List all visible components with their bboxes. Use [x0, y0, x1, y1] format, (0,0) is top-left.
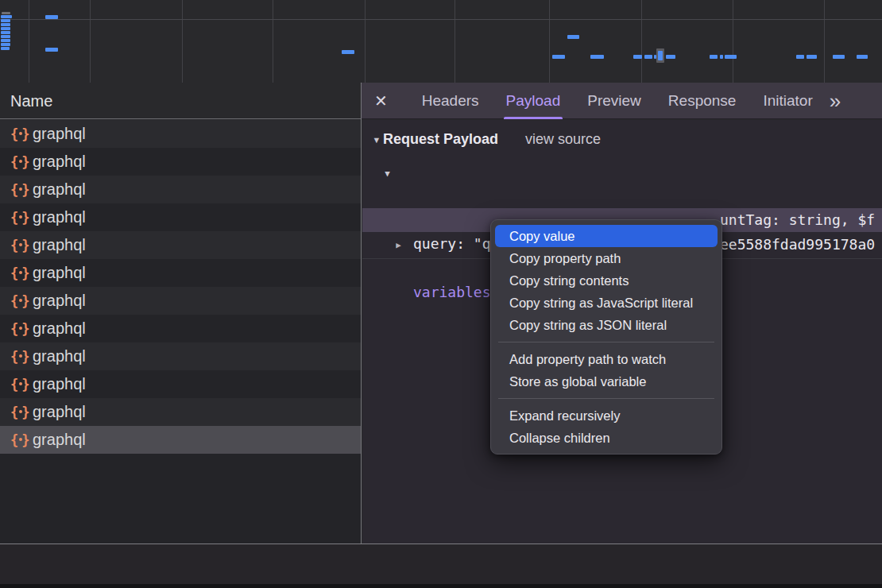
tab-headers[interactable]: Headers — [408, 83, 493, 119]
timeline-gridline — [641, 0, 642, 83]
waterfall-bar — [45, 15, 58, 19]
request-row[interactable]: {}graphql — [0, 398, 361, 426]
waterfall-bar — [1, 47, 10, 50]
menu-item-copy-string-as-json-literal[interactable]: Copy string as JSON literal — [495, 314, 718, 336]
menu-item-copy-property-path[interactable]: Copy property path — [495, 247, 718, 269]
request-row[interactable]: {}graphql — [0, 259, 361, 287]
menu-item-store-as-global-variable[interactable]: Store as global variable — [495, 370, 718, 393]
section-title: Request Payload — [383, 131, 498, 148]
waterfall-bar — [710, 55, 718, 59]
json-request-icon: {} — [10, 265, 33, 281]
close-icon[interactable]: ✕ — [374, 91, 388, 110]
json-request-icon: {} — [10, 238, 33, 253]
request-row[interactable]: {}graphql — [0, 426, 361, 454]
request-name-label: graphql — [33, 319, 86, 338]
waterfall-bar — [1, 35, 10, 38]
menu-separator — [498, 342, 714, 342]
timeline-gridline — [455, 0, 455, 83]
json-request-icon: {} — [10, 154, 33, 170]
json-request-icon: {} — [10, 293, 33, 309]
waterfall-bar — [1, 31, 10, 34]
timeline-gridline — [549, 0, 550, 83]
request-name-label: graphql — [33, 264, 86, 282]
variables-preview-right-fragment: ee5588fdad995178a0 — [720, 233, 875, 257]
tab-preview[interactable]: Preview — [574, 83, 655, 119]
tab-response[interactable]: Response — [655, 83, 750, 119]
menu-item-expand-recursively[interactable]: Expand recursively — [495, 404, 718, 427]
payload-root-row[interactable]: ▼ {operationName: "ipFlowTimeseries", va… — [362, 161, 882, 185]
request-name-label: graphql — [33, 292, 86, 310]
waterfall-bar — [658, 51, 663, 60]
json-request-icon: {} — [10, 404, 33, 420]
request-row[interactable]: {}graphql — [0, 203, 361, 231]
timeline-gridline — [365, 0, 366, 83]
request-row[interactable]: {}graphql — [0, 148, 361, 176]
pane-splitter[interactable] — [361, 83, 362, 584]
request-row[interactable]: {}graphql — [0, 176, 361, 203]
request-row[interactable]: {}graphql — [0, 120, 361, 148]
menu-item-copy-string-as-javascript-literal[interactable]: Copy string as JavaScript literal — [495, 292, 718, 314]
menu-item-copy-string-contents[interactable]: Copy string contents — [495, 269, 718, 292]
waterfall-bar — [1, 23, 10, 26]
waterfall-bar — [796, 55, 804, 59]
request-payload-section-header[interactable]: ▼ Request Payload view source — [372, 131, 601, 148]
request-row[interactable]: {}graphql — [0, 231, 361, 259]
view-source-link[interactable]: view source — [525, 131, 601, 148]
waterfall-bar — [2, 12, 10, 14]
waterfall-bar — [807, 55, 817, 59]
menu-item-collapse-children[interactable]: Collapse children — [495, 427, 718, 449]
context-menu: Copy valueCopy property pathCopy string … — [490, 219, 722, 455]
collapse-triangle-icon: ▼ — [373, 134, 381, 145]
menu-separator — [498, 398, 714, 399]
json-request-icon: {} — [10, 377, 33, 393]
request-name-label: graphql — [33, 431, 86, 449]
waterfall-bar — [833, 55, 845, 59]
waterfall-bar — [720, 55, 723, 59]
waterfall-bar — [1, 15, 12, 18]
tab-payload[interactable]: Payload — [493, 83, 574, 119]
json-request-icon: {} — [10, 321, 33, 337]
waterfall-bar — [1, 39, 10, 42]
bottom-edge-bar — [0, 584, 882, 588]
collapsed-triangle-icon[interactable]: ▶ — [396, 234, 401, 256]
timeline-gridline — [182, 0, 183, 83]
request-row[interactable]: {}graphql — [0, 315, 361, 342]
detail-tab-bar: ✕ HeadersPayloadPreviewResponseInitiator… — [362, 83, 882, 119]
waterfall-bar — [666, 55, 675, 59]
waterfall-bar — [1, 27, 10, 30]
waterfall-bar — [45, 48, 58, 52]
request-name-label: graphql — [33, 180, 86, 199]
expanded-triangle-icon[interactable]: ▼ — [385, 163, 390, 184]
name-column-label: Name — [10, 92, 52, 110]
menu-item-copy-value[interactable]: Copy value — [495, 225, 718, 247]
waterfall-bar — [644, 55, 652, 59]
json-request-icon: {} — [10, 126, 33, 142]
devtools-network-panel: Name {}graphql{}graphql{}graphql{}graphq… — [0, 0, 882, 588]
waterfall-bar — [633, 55, 642, 59]
timeline-gridline — [90, 0, 91, 83]
tab-initiator[interactable]: Initiator — [749, 83, 826, 119]
waterfall-bar — [1, 19, 10, 22]
json-request-icon: {} — [10, 432, 33, 448]
request-row[interactable]: {}graphql — [0, 342, 361, 370]
menu-item-add-property-path-to-watch[interactable]: Add property path to watch — [495, 348, 718, 370]
timeline-row-divider — [0, 19, 882, 20]
waterfall-bar — [552, 55, 565, 59]
request-name-label: graphql — [33, 125, 86, 143]
column-header-name[interactable]: Name — [0, 83, 361, 119]
status-footer — [0, 544, 882, 584]
request-name-label: graphql — [33, 153, 86, 171]
request-name-label: graphql — [33, 375, 86, 393]
timeline-gridline — [824, 0, 825, 83]
waterfall-bar — [590, 55, 604, 59]
request-row[interactable]: {}graphql — [0, 370, 361, 398]
timeline-gridline — [273, 0, 273, 83]
payload-row-operationname[interactable]: operationName: "ipFlowTimeseries" — [362, 185, 882, 209]
json-request-icon: {} — [10, 349, 33, 365]
waterfall-bar — [567, 35, 579, 39]
request-row[interactable]: {}graphql — [0, 287, 361, 315]
network-overview-timeline[interactable] — [0, 0, 882, 83]
more-tabs-icon[interactable]: » — [830, 85, 841, 117]
request-name-label: graphql — [33, 208, 86, 226]
json-request-icon: {} — [10, 210, 33, 226]
